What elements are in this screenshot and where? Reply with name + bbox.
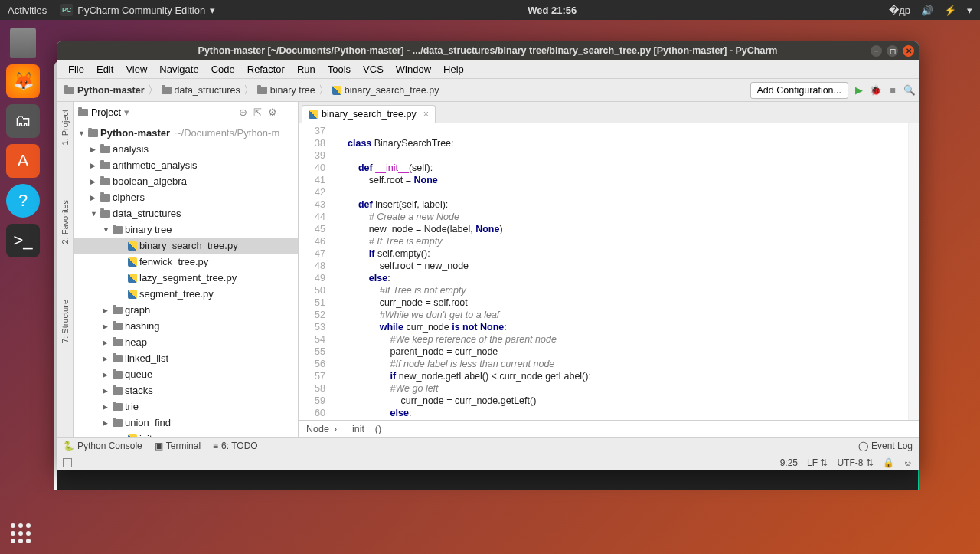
chevron-down-icon[interactable]: ▾ <box>124 107 129 118</box>
tree-item[interactable]: ▶ queue <box>74 366 298 382</box>
inspector-icon[interactable]: ☺ <box>903 457 913 468</box>
pycharm-window: Python-master [~/Documents/Python-master… <box>57 41 919 470</box>
tree-item[interactable]: fenwick_tree.py <box>74 254 298 270</box>
project-tree[interactable]: ▼ Python-master~/Documents/Python-m▶ ana… <box>74 123 298 437</box>
project-panel: Project ▾ ⊕ ⇱ ⚙ — ▼ Python-master~/Docum… <box>74 102 299 437</box>
project-tool-tab[interactable]: 1: Project <box>59 105 71 149</box>
tree-item[interactable]: ▶ hashing <box>74 318 298 334</box>
debug-icon[interactable]: 🐞 <box>870 84 882 97</box>
menu-navigate[interactable]: Navigate <box>154 62 204 77</box>
breadcrumb-item[interactable]: binary tree <box>253 84 320 97</box>
structure-tool-tab[interactable]: 7: Structure <box>59 295 71 348</box>
menu-window[interactable]: Window <box>390 62 436 77</box>
chevron-down-icon: ▾ <box>210 5 215 16</box>
tree-item[interactable]: ▶ trie <box>74 398 298 415</box>
terminal-icon[interactable]: >_ <box>6 224 40 257</box>
caret-position[interactable]: 9:25 <box>780 457 798 468</box>
apps-grid-button[interactable] <box>11 523 31 543</box>
menu-view[interactable]: View <box>120 62 152 77</box>
folder-icon <box>113 403 122 411</box>
breadcrumb-item[interactable]: binary_search_tree.py <box>328 84 444 97</box>
favorites-tool-tab[interactable]: 2: Favorites <box>59 195 71 248</box>
hide-icon[interactable]: — <box>283 107 293 118</box>
tree-item[interactable]: binary_search_tree.py <box>74 238 298 254</box>
line-separator[interactable]: LF ⇅ <box>807 457 828 468</box>
search-icon[interactable]: 🔍 <box>903 84 916 97</box>
code-editor[interactable]: 3738394041424344454647484950515253545556… <box>299 123 919 420</box>
editor-scrollbar[interactable] <box>908 123 919 420</box>
file-encoding[interactable]: UTF-8 ⇅ <box>837 457 873 468</box>
menu-help[interactable]: Help <box>438 62 469 77</box>
files-icon[interactable]: 🗂 <box>6 104 40 138</box>
titlebar[interactable]: Python-master [~/Documents/Python-master… <box>57 41 919 60</box>
add-configuration-button[interactable]: Add Configuration... <box>750 82 849 99</box>
collapse-icon[interactable]: ⇱ <box>253 107 262 118</box>
lock-icon[interactable]: 🔒 <box>883 457 894 468</box>
tree-item[interactable]: ▶ linked_list <box>74 350 298 366</box>
close-button[interactable]: ✕ <box>903 45 914 57</box>
trash-icon[interactable] <box>10 28 36 58</box>
tree-item[interactable]: lazy_segment_tree.py <box>74 270 298 286</box>
stop-icon[interactable]: ■ <box>887 84 899 97</box>
app-menu[interactable]: PC PyCharm Community Edition ▾ <box>60 4 215 16</box>
folder-icon <box>64 87 74 94</box>
todo-tab[interactable]: ≡ 6: TODO <box>213 441 258 451</box>
activities-button[interactable]: Activities <box>8 5 47 16</box>
network-icon[interactable]: �др <box>889 5 910 16</box>
tree-item[interactable]: ▶ ciphers <box>74 189 298 205</box>
tree-item[interactable]: ▶ union_find <box>74 415 298 431</box>
menu-code[interactable]: Code <box>206 62 240 77</box>
chevron-down-icon[interactable]: ▾ <box>967 5 972 16</box>
code-content[interactable]: class BinarySearchTree: def __init__(sel… <box>343 123 908 420</box>
navigation-bar: Python-master 〉 data_structures 〉 binary… <box>57 79 919 102</box>
editor-tab[interactable]: binary_search_tree.py × <box>302 105 436 123</box>
tree-item[interactable]: ▼ data_structures <box>74 205 298 221</box>
folder-icon <box>162 87 172 94</box>
tree-item[interactable]: init__.py <box>74 431 298 437</box>
menu-tools[interactable]: Tools <box>322 62 356 77</box>
crumb-method[interactable]: __init__() <box>341 424 381 434</box>
folder-icon <box>113 355 122 362</box>
breadcrumb-item[interactable]: data_structures <box>157 84 245 97</box>
tree-item[interactable]: ▼ Python-master~/Documents/Python-m <box>74 125 298 141</box>
folder-icon <box>113 226 122 234</box>
minimize-button[interactable]: – <box>871 45 882 57</box>
menu-vcs[interactable]: VCS <box>358 62 389 77</box>
menu-run[interactable]: Run <box>292 62 321 77</box>
volume-icon[interactable]: 🔊 <box>921 5 933 16</box>
help-icon[interactable]: ? <box>6 184 40 218</box>
tree-item[interactable]: ▶ graph <box>74 302 298 318</box>
tree-item[interactable]: ▶ arithmetic_analysis <box>74 157 298 173</box>
status-icon[interactable] <box>63 458 72 467</box>
firefox-icon[interactable]: 🦊 <box>6 64 40 98</box>
menu-refactor[interactable]: Refactor <box>242 62 290 77</box>
editor-area: binary_search_tree.py × 3738394041424344… <box>299 102 919 437</box>
tree-item[interactable]: segment_tree.py <box>74 286 298 302</box>
event-log-tab[interactable]: ◯ Event Log <box>858 441 913 451</box>
tree-item[interactable]: ▶ analysis <box>74 141 298 157</box>
menu-edit[interactable]: Edit <box>91 62 119 77</box>
python-console-tab[interactable]: 🐍 Python Console <box>63 441 142 451</box>
pycharm-indicator-icon: PC <box>60 4 73 16</box>
python-file-icon <box>332 86 341 95</box>
run-icon[interactable]: ▶ <box>853 84 865 97</box>
software-icon[interactable]: A <box>6 144 40 178</box>
tree-item[interactable]: ▶ boolean_algebra <box>74 173 298 189</box>
close-tab-icon[interactable]: × <box>423 109 429 120</box>
tree-item[interactable]: ▼ binary tree <box>74 221 298 238</box>
terminal-tab[interactable]: ▣ Terminal <box>155 441 201 451</box>
ubuntu-dock: 🦊 🗂 A ? PC >_ <box>0 20 46 554</box>
battery-icon[interactable]: ⚡ <box>944 5 956 16</box>
crumb-class[interactable]: Node <box>306 424 329 434</box>
tree-item[interactable]: ▶ stacks <box>74 382 298 398</box>
breadcrumb-item[interactable]: Python-master <box>60 84 149 97</box>
tree-item[interactable]: ▶ heap <box>74 334 298 350</box>
fold-gutter[interactable] <box>332 123 343 420</box>
folder-icon <box>113 371 122 379</box>
gear-icon[interactable]: ⚙ <box>268 107 277 118</box>
target-icon[interactable]: ⊕ <box>239 107 247 118</box>
clock[interactable]: Wed 21:56 <box>528 5 577 16</box>
maximize-button[interactable]: ◻ <box>887 45 898 57</box>
project-panel-header: Project ▾ ⊕ ⇱ ⚙ — <box>74 102 298 123</box>
menu-file[interactable]: File <box>63 62 90 77</box>
